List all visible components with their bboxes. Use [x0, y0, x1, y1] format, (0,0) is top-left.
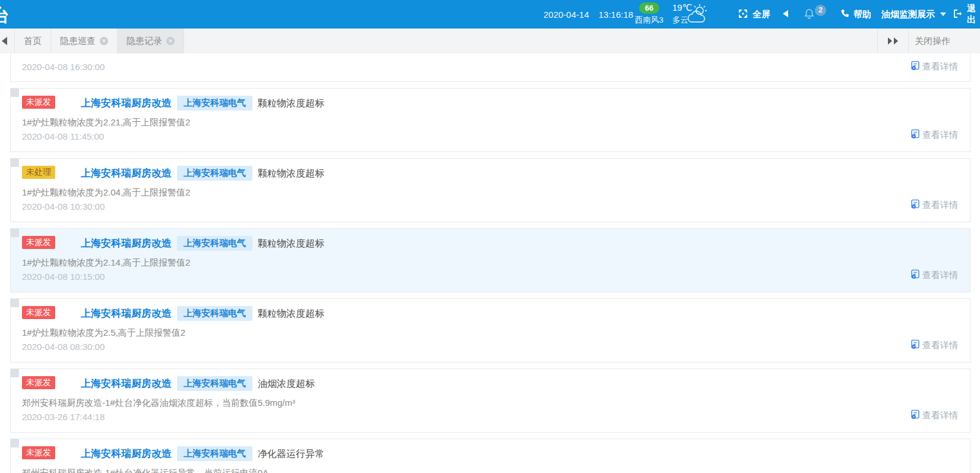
tab-item-1[interactable]: 隐患巡查✕	[51, 29, 118, 53]
record-card: 未派发 上海安科瑞厨房改造 上海安科瑞电气 颗粒物浓度超标 1#炉灶颗粒物浓度为…	[10, 298, 970, 362]
status-badge: 未处理	[22, 166, 55, 179]
aqi-badge: 66	[639, 2, 659, 14]
help-label: 帮助	[853, 9, 871, 20]
help-button[interactable]: 帮助	[840, 0, 871, 29]
header-date: 2020-04-14	[543, 10, 589, 20]
logout-label: 退出	[967, 3, 980, 26]
view-detail-label: 查看详情	[922, 340, 958, 351]
site-link[interactable]: 上海安科瑞厨房改造	[81, 166, 172, 180]
record-card: 未派发 上海安科瑞厨房改造 上海安科瑞电气 油烟浓度超标 郑州安科瑞厨房改造-1…	[10, 368, 970, 433]
view-detail-label: 查看详情	[922, 410, 958, 421]
view-detail-label: 查看详情	[922, 130, 958, 141]
status-badge: 未派发	[22, 306, 55, 319]
tabbar: 首页隐患巡查✕隐患记录✕ 关闭操作	[0, 29, 980, 53]
tab-close-icon[interactable]: ✕	[100, 37, 108, 45]
record-card: 未派发 上海安科瑞厨房改造 上海安科瑞电气 净化器运行异常 郑州安科瑞厨房改造-…	[10, 439, 970, 473]
close-operations-menu[interactable]: 关闭操作	[909, 36, 980, 47]
weather-aqi-block: 66 西南风3	[627, 2, 671, 26]
detail-doc-icon	[911, 199, 921, 211]
card-corner-mark	[11, 439, 19, 447]
fullscreen-label: 全屏	[753, 9, 770, 20]
alarm-description: 郑州安科瑞厨房改造-1#灶台净化器油烟浓度超标，当前数值5.9mg/m³	[22, 398, 295, 409]
view-detail-link[interactable]: 查看详情	[911, 269, 958, 281]
notifications-button[interactable]: 2	[804, 0, 826, 29]
alarm-description: 1#炉灶颗粒物浓度为2.14,高于上限报警值2	[22, 257, 190, 269]
header-datetime: 2020-04-14 13:16:18	[543, 0, 633, 29]
company-tag: 上海安科瑞电气	[177, 166, 252, 181]
view-detail-link[interactable]: 查看详情	[911, 61, 958, 72]
tab-list: 首页隐患巡查✕隐患记录✕	[14, 29, 184, 53]
detail-doc-icon	[911, 129, 921, 141]
tab-label: 隐患记录	[127, 36, 162, 47]
mute-button[interactable]	[782, 0, 789, 29]
record-time: 2020-04-08 10:15:00	[22, 272, 105, 282]
card-corner-mark	[11, 159, 19, 167]
tab-scroll-right-icon[interactable]	[878, 37, 908, 45]
record-time: 2020-04-08 08:30:00	[22, 342, 105, 352]
tab-home[interactable]: 首页	[14, 29, 51, 53]
fullscreen-icon	[738, 8, 748, 21]
detail-doc-icon	[911, 339, 921, 351]
phone-icon	[840, 9, 849, 20]
detail-doc-icon	[911, 409, 921, 421]
card-corner-mark	[11, 369, 19, 377]
record-card: 未处理 上海安科瑞厨房改造 上海安科瑞电气 颗粒物浓度超标 1#炉灶颗粒物浓度为…	[10, 158, 970, 222]
alarm-description: 1#炉灶颗粒物浓度为2.21,高于上限报警值2	[22, 117, 190, 128]
company-tag: 上海安科瑞电气	[177, 236, 252, 251]
record-time: 2020-03-26 17:44:18	[22, 412, 105, 422]
app-title: 台	[0, 4, 10, 28]
site-link[interactable]: 上海安科瑞厨房改造	[81, 236, 172, 250]
alarm-category: 油烟浓度超标	[258, 378, 315, 390]
tab-close-icon[interactable]: ✕	[166, 37, 175, 45]
fullscreen-button[interactable]: 全屏	[738, 0, 770, 29]
view-detail-link[interactable]: 查看详情	[911, 409, 958, 421]
card-corner-mark	[11, 299, 19, 307]
view-detail-link[interactable]: 查看详情	[911, 129, 958, 141]
site-link[interactable]: 上海安科瑞厨房改造	[81, 96, 172, 110]
alarm-description: 1#炉灶颗粒物浓度为2.5,高于上限报警值2	[22, 327, 185, 339]
alarm-category: 颗粒物浓度超标	[258, 308, 324, 320]
record-card-partial: 2020-04-08 16:30:00 查看详情	[10, 53, 970, 82]
alarm-category: 颗粒物浓度超标	[258, 97, 324, 110]
site-link[interactable]: 上海安科瑞厨房改造	[81, 447, 172, 461]
site-link[interactable]: 上海安科瑞厨房改造	[81, 307, 172, 320]
view-detail-link[interactable]: 查看详情	[911, 199, 958, 211]
wind-label: 西南风3	[627, 15, 671, 26]
view-detail-label: 查看详情	[922, 200, 958, 211]
alarm-description: 1#炉灶颗粒物浓度为2.04,高于上限报警值2	[22, 187, 190, 198]
company-tag: 上海安科瑞电气	[177, 376, 252, 391]
tabbar-right-controls: 关闭操作	[877, 29, 980, 53]
status-badge: 未派发	[22, 446, 55, 459]
tab-scroll-left-icon[interactable]	[2, 37, 7, 45]
logout-button[interactable]: 退出	[953, 0, 980, 29]
status-badge: 未派发	[22, 376, 55, 389]
status-badge: 未派发	[22, 236, 55, 249]
app-header: 台 2020-04-14 13:16:18 66 西南风3 19℃ 多云 全屏	[0, 0, 980, 29]
tab-label: 隐患巡查	[60, 36, 96, 47]
view-detail-link[interactable]: 查看详情	[911, 339, 958, 351]
record-card: 未派发 上海安科瑞厨房改造 上海安科瑞电气 颗粒物浓度超标 1#炉灶颗粒物浓度为…	[10, 88, 970, 152]
record-time: 2020-04-08 11:45:00	[22, 131, 104, 141]
record-list: 2020-04-08 16:30:00 查看详情 未派发 上海安科瑞厨房改造 上…	[0, 53, 980, 473]
view-detail-label: 查看详情	[922, 270, 958, 281]
bell-icon	[804, 8, 814, 21]
alarm-description: 郑州安科瑞厨房改造-1#灶台净化器运行异常，当前运行电流0A	[22, 468, 268, 473]
card-corner-mark	[11, 229, 19, 237]
notification-count-badge: 2	[815, 5, 826, 16]
speaker-icon	[782, 10, 789, 20]
alarm-category: 颗粒物浓度超标	[258, 238, 324, 250]
site-menu-dropdown[interactable]: 油烟监测展示	[881, 0, 946, 29]
logout-icon	[953, 9, 963, 20]
chevron-down-icon	[940, 12, 946, 16]
site-link[interactable]: 上海安科瑞厨房改造	[81, 377, 172, 390]
record-time: 2020-04-08 10:30:00	[22, 201, 105, 212]
tab-item-2[interactable]: 隐患记录✕	[118, 29, 184, 53]
detail-doc-icon	[911, 269, 921, 281]
alarm-category: 颗粒物浓度超标	[258, 168, 324, 180]
company-tag: 上海安科瑞电气	[177, 306, 252, 321]
tab-label: 首页	[24, 36, 42, 47]
sun-cloud-icon	[685, 3, 710, 28]
company-tag: 上海安科瑞电气	[177, 96, 252, 111]
alarm-category: 净化器运行异常	[258, 448, 324, 461]
record-time: 2020-04-08 16:30:00	[22, 62, 105, 72]
